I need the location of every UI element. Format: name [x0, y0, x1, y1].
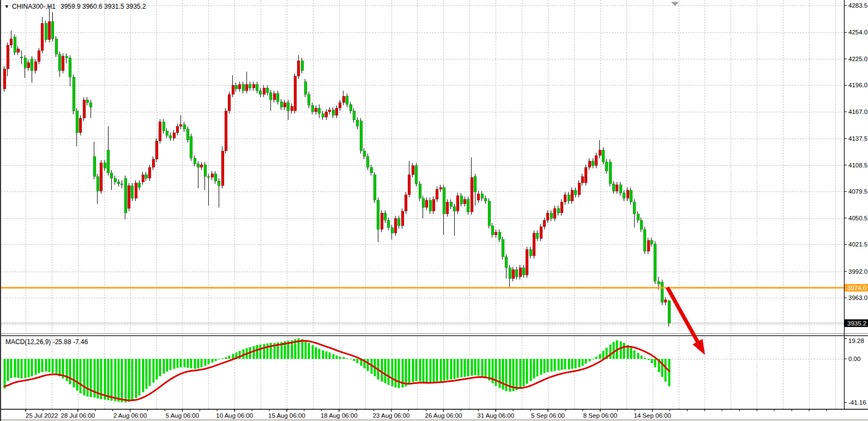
bull-candle: [533, 233, 535, 256]
bear-candle: [637, 214, 640, 220]
bear-candle: [269, 93, 272, 100]
macd-histogram-bar: [111, 359, 113, 401]
bear-candle: [397, 219, 400, 226]
bear-candle: [574, 190, 577, 195]
bear-candle: [481, 194, 484, 198]
bull-candle: [100, 163, 103, 191]
macd-histogram-bar: [215, 359, 217, 361]
macd-histogram-bar: [613, 342, 615, 359]
macd-histogram-bar: [450, 359, 453, 380]
macd-histogram-bar: [201, 359, 203, 368]
macd-histogram-bar: [634, 350, 636, 359]
chart-canvas[interactable]: 4283.54254.04225.04196.04167.04137.54108…: [1, 0, 868, 421]
bull-candle: [238, 85, 241, 89]
time-tick-label: 5 Aug 06:00: [166, 412, 199, 419]
bull-candle: [48, 21, 51, 39]
macd-histogram-bar: [52, 359, 54, 373]
bear-candle: [460, 196, 463, 204]
bull-candle: [571, 190, 574, 201]
macd-histogram-bar: [533, 359, 535, 378]
candlestick-series[interactable]: [3, 6, 671, 327]
macd-histogram-bar: [505, 359, 508, 391]
macd-histogram-bar: [554, 359, 556, 371]
bear-candle: [536, 233, 539, 238]
macd-histogram-bar: [582, 359, 584, 366]
price-tick-label: 4283.5: [848, 2, 867, 9]
symbol-dropdown-icon[interactable]: ▼: [4, 4, 9, 9]
macd-histogram-bar: [118, 359, 120, 402]
macd-histogram-bar: [104, 359, 106, 400]
macd-histogram-bar: [561, 359, 563, 370]
macd-histogram-bar: [412, 359, 414, 382]
macd-histogram-bar: [263, 344, 266, 359]
bull-candle: [439, 188, 442, 189]
macd-histogram-bar: [302, 339, 304, 359]
macd-histogram-bar: [526, 359, 528, 384]
macd-histogram-bar: [630, 348, 632, 359]
bull-candle: [17, 49, 20, 52]
macd-histogram-bar: [138, 359, 141, 395]
bear-candle: [515, 269, 518, 276]
bear-candle: [605, 162, 608, 171]
bear-candle: [491, 226, 494, 235]
macd-histogram-bar: [537, 359, 539, 376]
price-tick-label: 3992.0: [848, 268, 867, 275]
macd-histogram-bar: [568, 359, 570, 369]
bull-candle: [7, 45, 9, 69]
macd-histogram-bar: [87, 359, 89, 396]
macd-histogram-bar: [253, 346, 255, 359]
bear-candle: [311, 105, 314, 112]
bear-candle: [280, 101, 283, 107]
bull-candle: [626, 190, 629, 199]
bull-candle: [526, 249, 528, 275]
bear-candle: [131, 185, 134, 198]
bear-candle: [256, 85, 258, 91]
bull-candle: [263, 88, 266, 94]
bear-candle: [363, 151, 366, 157]
macd-histogram-bar: [142, 359, 144, 392]
macd-histogram-bar: [551, 359, 553, 371]
macd-histogram-bar: [620, 341, 622, 359]
macd-histogram-bar: [107, 359, 110, 400]
macd-histogram-bar: [7, 359, 9, 381]
svg-text:3935.2: 3935.2: [847, 320, 866, 327]
macd-histogram-bar: [530, 359, 532, 381]
bear-candle: [654, 244, 656, 281]
bear-candle: [488, 201, 491, 226]
horizontal-line-object[interactable]: [1, 287, 844, 288]
bull-candle: [173, 133, 176, 138]
bull-candle: [495, 232, 497, 235]
price-axis[interactable]: 4283.54254.04225.04196.04167.04137.54108…: [844, 2, 868, 406]
bear-candle: [114, 178, 117, 182]
bull-candle: [179, 124, 182, 126]
time-axis[interactable]: 25 Jul 202228 Jul 06:002 Aug 06:005 Aug …: [26, 410, 827, 419]
macd-histogram-bar: [45, 359, 47, 371]
bull-candle: [228, 94, 231, 111]
bear-candle: [661, 282, 664, 303]
macd-histogram-bar: [308, 343, 310, 359]
macd-histogram-bar: [547, 359, 549, 372]
bull-candle: [477, 194, 480, 200]
macd-histogram-bar: [516, 359, 518, 390]
macd-histogram-bar: [180, 359, 182, 368]
bear-candle: [235, 85, 238, 89]
bull-candle: [211, 174, 214, 178]
macd-histogram-bar: [343, 357, 345, 359]
bear-candle: [183, 124, 186, 129]
bear-candle: [443, 188, 445, 214]
trend-arrow-annotation[interactable]: [667, 287, 705, 355]
bear-candle: [308, 94, 310, 105]
macd-histogram-bar: [315, 347, 317, 359]
price-tick-label: 4137.5: [848, 135, 867, 142]
macd-histogram-bar: [38, 359, 40, 373]
macd-histogram-bar: [599, 354, 601, 359]
macd-histogram-bar: [610, 345, 612, 359]
time-tick-label: 2 Aug 06:00: [113, 412, 147, 419]
bull-candle: [595, 155, 598, 165]
bear-candle: [377, 200, 379, 230]
bear-candle: [592, 161, 594, 165]
macd-histogram-bar: [25, 359, 27, 378]
bull-candle: [135, 183, 137, 198]
bull-candle: [564, 195, 566, 202]
bear-candle: [650, 240, 653, 244]
